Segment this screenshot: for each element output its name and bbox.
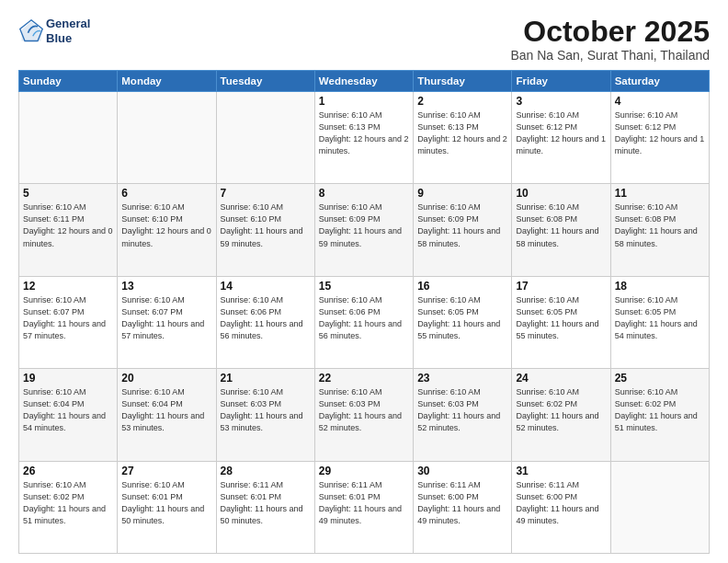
calendar-cell [216, 92, 314, 184]
header: General Blue October 2025 Ban Na San, Su… [18, 17, 710, 63]
calendar-cell: 20Sunrise: 6:10 AM Sunset: 6:04 PM Dayli… [118, 369, 216, 461]
day-info: Sunrise: 6:10 AM Sunset: 6:03 PM Dayligh… [417, 386, 507, 434]
calendar-cell: 24Sunrise: 6:10 AM Sunset: 6:02 PM Dayli… [512, 369, 610, 461]
day-number: 12 [23, 280, 113, 293]
day-info: Sunrise: 6:10 AM Sunset: 6:01 PM Dayligh… [121, 479, 211, 527]
weekday-header-wednesday: Wednesday [314, 71, 413, 92]
day-number: 26 [23, 465, 113, 477]
calendar-cell: 28Sunrise: 6:11 AM Sunset: 6:01 PM Dayli… [216, 461, 314, 553]
day-number: 11 [615, 187, 705, 200]
day-number: 28 [221, 465, 311, 477]
day-info: Sunrise: 6:10 AM Sunset: 6:13 PM Dayligh… [319, 109, 409, 157]
day-info: Sunrise: 6:10 AM Sunset: 6:10 PM Dayligh… [221, 201, 311, 249]
day-number: 10 [516, 187, 606, 200]
day-info: Sunrise: 6:10 AM Sunset: 6:05 PM Dayligh… [615, 294, 705, 342]
day-number: 20 [121, 372, 211, 385]
day-info: Sunrise: 6:10 AM Sunset: 6:07 PM Dayligh… [121, 294, 211, 342]
day-info: Sunrise: 6:10 AM Sunset: 6:06 PM Dayligh… [319, 294, 409, 342]
calendar-week-row: 19Sunrise: 6:10 AM Sunset: 6:04 PM Dayli… [19, 369, 710, 461]
calendar-cell: 18Sunrise: 6:10 AM Sunset: 6:05 PM Dayli… [610, 276, 709, 368]
day-number: 9 [417, 187, 507, 200]
day-info: Sunrise: 6:11 AM Sunset: 6:01 PM Dayligh… [221, 479, 311, 527]
calendar-week-row: 1Sunrise: 6:10 AM Sunset: 6:13 PM Daylig… [19, 92, 710, 184]
calendar-week-row: 5Sunrise: 6:10 AM Sunset: 6:11 PM Daylig… [19, 184, 710, 276]
logo-line2: Blue [46, 31, 90, 46]
calendar-cell: 17Sunrise: 6:10 AM Sunset: 6:05 PM Dayli… [512, 276, 610, 368]
weekday-header-thursday: Thursday [414, 71, 512, 92]
calendar-cell: 12Sunrise: 6:10 AM Sunset: 6:07 PM Dayli… [19, 276, 118, 368]
calendar-cell: 11Sunrise: 6:10 AM Sunset: 6:08 PM Dayli… [610, 184, 709, 276]
day-info: Sunrise: 6:10 AM Sunset: 6:02 PM Dayligh… [516, 386, 606, 434]
day-number: 5 [23, 187, 113, 200]
calendar-cell: 25Sunrise: 6:10 AM Sunset: 6:02 PM Dayli… [610, 369, 709, 461]
calendar-table: SundayMondayTuesdayWednesdayThursdayFrid… [18, 70, 710, 554]
calendar-week-row: 26Sunrise: 6:10 AM Sunset: 6:02 PM Dayli… [19, 461, 710, 553]
day-number: 6 [121, 187, 211, 200]
calendar-cell: 6Sunrise: 6:10 AM Sunset: 6:10 PM Daylig… [118, 184, 216, 276]
calendar-cell: 2Sunrise: 6:10 AM Sunset: 6:13 PM Daylig… [414, 92, 512, 184]
calendar-cell: 23Sunrise: 6:10 AM Sunset: 6:03 PM Dayli… [414, 369, 512, 461]
day-info: Sunrise: 6:10 AM Sunset: 6:02 PM Dayligh… [23, 479, 113, 527]
weekday-header-row: SundayMondayTuesdayWednesdayThursdayFrid… [19, 71, 710, 92]
day-info: Sunrise: 6:10 AM Sunset: 6:06 PM Dayligh… [221, 294, 311, 342]
calendar-cell [118, 92, 216, 184]
location: Ban Na San, Surat Thani, Thailand [510, 48, 710, 63]
logo-line1: General [46, 17, 90, 31]
month-title: October 2025 [510, 17, 710, 46]
weekday-header-monday: Monday [118, 71, 216, 92]
day-info: Sunrise: 6:10 AM Sunset: 6:12 PM Dayligh… [615, 109, 705, 157]
calendar-cell: 14Sunrise: 6:10 AM Sunset: 6:06 PM Dayli… [216, 276, 314, 368]
weekday-header-saturday: Saturday [610, 71, 709, 92]
day-number: 4 [615, 95, 705, 108]
calendar-cell: 21Sunrise: 6:10 AM Sunset: 6:03 PM Dayli… [216, 369, 314, 461]
day-info: Sunrise: 6:10 AM Sunset: 6:12 PM Dayligh… [516, 109, 606, 157]
day-number: 29 [319, 465, 409, 477]
day-info: Sunrise: 6:11 AM Sunset: 6:00 PM Dayligh… [417, 479, 507, 527]
calendar-cell: 7Sunrise: 6:10 AM Sunset: 6:10 PM Daylig… [216, 184, 314, 276]
day-info: Sunrise: 6:10 AM Sunset: 6:04 PM Dayligh… [23, 386, 113, 434]
day-info: Sunrise: 6:11 AM Sunset: 6:01 PM Dayligh… [319, 479, 409, 527]
calendar-cell: 15Sunrise: 6:10 AM Sunset: 6:06 PM Dayli… [314, 276, 413, 368]
calendar-cell: 19Sunrise: 6:10 AM Sunset: 6:04 PM Dayli… [19, 369, 118, 461]
day-number: 17 [516, 280, 606, 293]
calendar-cell: 27Sunrise: 6:10 AM Sunset: 6:01 PM Dayli… [118, 461, 216, 553]
day-number: 21 [221, 372, 311, 385]
day-number: 1 [319, 95, 409, 108]
calendar-cell: 8Sunrise: 6:10 AM Sunset: 6:09 PM Daylig… [314, 184, 413, 276]
logo-icon [18, 18, 44, 44]
day-info: Sunrise: 6:10 AM Sunset: 6:02 PM Dayligh… [615, 386, 705, 434]
day-number: 23 [417, 372, 507, 385]
calendar-cell: 16Sunrise: 6:10 AM Sunset: 6:05 PM Dayli… [414, 276, 512, 368]
calendar-cell: 13Sunrise: 6:10 AM Sunset: 6:07 PM Dayli… [118, 276, 216, 368]
day-number: 18 [615, 280, 705, 293]
logo-text: General Blue [46, 17, 90, 45]
calendar-cell: 30Sunrise: 6:11 AM Sunset: 6:00 PM Dayli… [414, 461, 512, 553]
calendar-cell [19, 92, 118, 184]
day-number: 27 [121, 465, 211, 477]
day-info: Sunrise: 6:10 AM Sunset: 6:10 PM Dayligh… [121, 201, 211, 249]
day-info: Sunrise: 6:10 AM Sunset: 6:03 PM Dayligh… [221, 386, 311, 434]
day-number: 25 [615, 372, 705, 385]
calendar-cell: 31Sunrise: 6:11 AM Sunset: 6:00 PM Dayli… [512, 461, 610, 553]
day-info: Sunrise: 6:10 AM Sunset: 6:09 PM Dayligh… [319, 201, 409, 249]
day-number: 3 [516, 95, 606, 108]
day-number: 24 [516, 372, 606, 385]
calendar-cell: 3Sunrise: 6:10 AM Sunset: 6:12 PM Daylig… [512, 92, 610, 184]
weekday-header-friday: Friday [512, 71, 610, 92]
calendar-cell: 22Sunrise: 6:10 AM Sunset: 6:03 PM Dayli… [314, 369, 413, 461]
day-number: 19 [23, 372, 113, 385]
calendar-cell: 1Sunrise: 6:10 AM Sunset: 6:13 PM Daylig… [314, 92, 413, 184]
day-info: Sunrise: 6:10 AM Sunset: 6:09 PM Dayligh… [417, 201, 507, 249]
calendar-week-row: 12Sunrise: 6:10 AM Sunset: 6:07 PM Dayli… [19, 276, 710, 368]
day-number: 2 [417, 95, 507, 108]
calendar-cell: 10Sunrise: 6:10 AM Sunset: 6:08 PM Dayli… [512, 184, 610, 276]
calendar-cell: 4Sunrise: 6:10 AM Sunset: 6:12 PM Daylig… [610, 92, 709, 184]
day-info: Sunrise: 6:10 AM Sunset: 6:08 PM Dayligh… [516, 201, 606, 249]
calendar-cell [610, 461, 709, 553]
day-number: 30 [417, 465, 507, 477]
day-number: 16 [417, 280, 507, 293]
day-number: 22 [319, 372, 409, 385]
calendar-cell: 9Sunrise: 6:10 AM Sunset: 6:09 PM Daylig… [414, 184, 512, 276]
weekday-header-tuesday: Tuesday [216, 71, 314, 92]
day-info: Sunrise: 6:10 AM Sunset: 6:05 PM Dayligh… [417, 294, 507, 342]
